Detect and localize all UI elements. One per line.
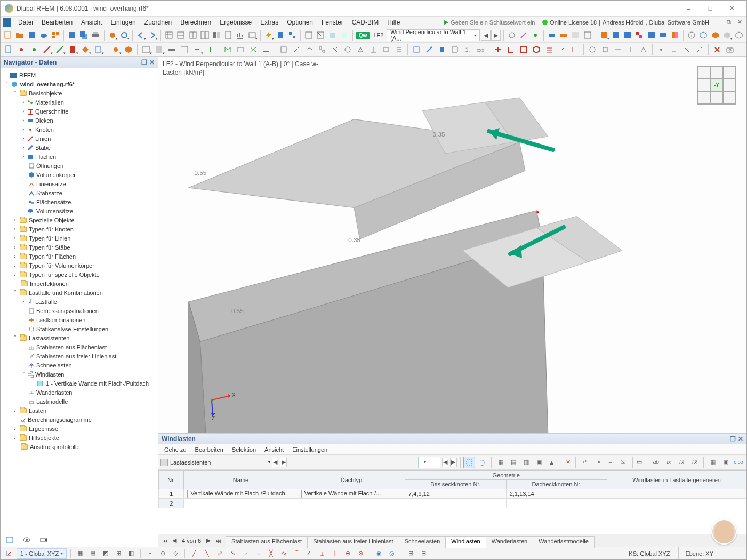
menu-einfuegen[interactable]: Einfügen [107,18,139,27]
r2-b16[interactable] [204,44,216,55]
tbk-opt1[interactable]: ▦ [707,457,719,468]
tree-types-volumen[interactable]: ›Typen für Volumenkörper [1,261,158,270]
assistant-avatar[interactable] [711,519,737,545]
tbk-7[interactable]: ⇥ [592,457,604,468]
tree-root[interactable]: RFEM [1,70,158,79]
r2-b42[interactable] [569,44,581,55]
status-r8[interactable]: ∿ [278,548,289,559]
status-r6[interactable]: ⟍ [253,548,263,559]
lower-close-button[interactable]: ✕ [738,435,743,443]
page-next-button[interactable]: ▶ [204,536,213,546]
table-row[interactable]: 2 [159,499,746,508]
loadcase-next-button[interactable]: ▶ [491,30,501,41]
menu-berechnen[interactable]: Berechnen [176,18,215,27]
status-osnap-2[interactable]: ⊙ [157,548,168,559]
r2-b46[interactable] [625,44,637,55]
etab-2[interactable]: Schneelasten [399,536,446,548]
lower-menu-selektion[interactable]: Selektion [228,445,260,454]
info-button[interactable]: i [686,29,697,41]
r2-b41[interactable] [556,44,568,55]
r2-b31[interactable] [411,44,422,55]
r2-b25[interactable] [329,44,341,55]
status-r5[interactable]: ⟋ [240,548,251,559]
navigator-close-button[interactable]: ✕ [149,59,155,66]
navtab-eye-icon[interactable] [21,534,33,545]
tree-flaechensaetze[interactable]: Flächensätze [1,197,158,206]
tbk-fx1[interactable]: ab [650,457,662,468]
r2-b44[interactable] [599,44,611,55]
menu-zuordnen[interactable]: Zuordnen [141,18,175,27]
view-4-button[interactable] [339,29,350,41]
r2-b21[interactable] [278,44,290,55]
grp-6-button[interactable] [658,29,669,41]
col-gen[interactable]: Windlasten in Lastfälle generieren [607,471,746,489]
status-r9[interactable]: ⌒ [291,548,302,559]
view-2-button[interactable] [315,29,326,41]
lower-next-button[interactable]: ▶ [280,458,286,467]
doc-minimize-button[interactable]: – [713,18,723,27]
status-snap-5[interactable]: ◧ [126,548,136,559]
tree-ausdruck[interactable]: Ausdruckprotokolle [1,442,158,451]
tree-flaechen[interactable]: ›Flächen [1,152,158,161]
tree-volumenkoerper[interactable]: Volumenkörper [1,170,158,179]
toggle-b-button[interactable] [518,29,529,41]
tree-types-special[interactable]: ›Typen für spezielle Objekte [1,270,158,279]
r2-b43[interactable] [587,44,598,55]
etab-4[interactable]: Wanderlasten [486,536,533,548]
tree-model[interactable]: ˅wind_overhang.rf6* [1,79,158,89]
r2-b17[interactable] [222,44,234,55]
r2-b27[interactable] [355,44,366,55]
navigator-undock-button[interactable]: ❐ [141,59,147,66]
lower-undock-button[interactable]: ❐ [730,435,736,443]
status-r11[interactable]: ⟂ [317,548,327,559]
iso-4-button[interactable] [734,29,744,41]
menu-extras[interactable]: Extras [256,18,282,27]
r2-b47[interactable] [638,44,649,55]
tree-hilfsobjekte[interactable]: ›Hilfsobjekte [1,433,158,442]
print-button[interactable] [90,29,101,41]
r2-b40[interactable] [543,44,555,55]
tree-lasten[interactable]: ›Lasten [1,406,158,415]
menu-optionen[interactable]: Optionen [283,18,317,27]
status-snap-4[interactable]: ⊞ [113,548,124,559]
tbk-9[interactable]: ⇲ [617,457,629,468]
r2-b35[interactable]: 1. [462,44,473,55]
r2-b19[interactable] [247,44,259,55]
report-button[interactable] [223,29,234,41]
page-last-button[interactable]: ⏭ [214,536,222,546]
save-all-button[interactable] [78,29,89,41]
cloud-button[interactable] [38,29,49,41]
menu-ansicht[interactable]: Ansicht [77,18,106,27]
open-button[interactable] [14,29,25,41]
r2-b29[interactable] [380,44,392,55]
status-r2[interactable]: ╲ [202,548,212,559]
loadcase-combo[interactable]: Wind Perpendicular to Wall 1 (A...▾ [387,29,479,41]
redo-button[interactable]: ▾ [147,29,158,41]
navtab-cam-icon[interactable] [38,534,50,545]
r2-b14[interactable] [179,44,190,55]
r2-b39[interactable] [531,44,542,55]
r2-b9[interactable]: ▾ [110,44,122,55]
tbk-4[interactable]: ▣ [533,457,545,468]
tbk-6[interactable]: ↵ [579,457,591,468]
tree-lastfaelle[interactable]: ›Lastfälle [1,297,158,306]
r2-b38[interactable] [518,44,529,55]
tree-volumensaetze[interactable]: Volumensätze [1,206,158,215]
tbk-3[interactable]: ▥ [520,457,532,468]
col-dacheck[interactable]: Dacheckknoten Nr. [506,480,607,489]
status-snap-1[interactable]: ▦ [75,548,85,559]
sel-rect-icon[interactable] [463,457,475,468]
log-button[interactable]: ▾ [246,29,257,41]
status-b1[interactable]: ◉ [374,548,384,559]
status-m2[interactable]: ⊟ [418,548,429,559]
lower-menu-gehezu[interactable]: Gehe zu [160,445,190,454]
r2-camera-button[interactable] [724,44,736,55]
iso-3-button[interactable]: ▾ [722,29,733,41]
lower-menu-einst[interactable]: Einstellungen [288,445,331,454]
undo-button[interactable]: ▾ [135,29,146,41]
tbk-fx3[interactable]: fẋ [676,457,687,468]
status-osnap-3[interactable]: ◇ [170,548,181,559]
r2-b36[interactable] [492,44,504,55]
grp-4-button[interactable] [634,29,645,41]
r2-b48[interactable] [655,44,667,55]
